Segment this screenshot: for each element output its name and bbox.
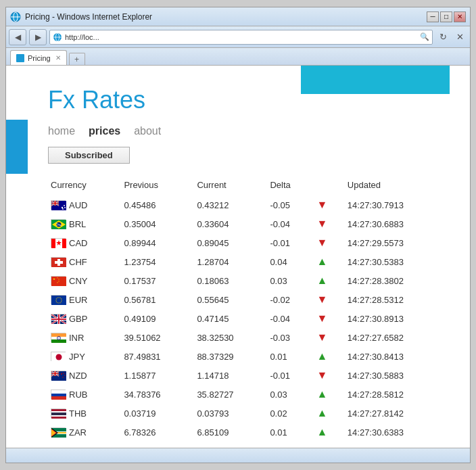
up-arrow-icon: ▲ [316, 275, 327, 287]
svg-rect-86 [51, 413, 66, 415]
previous-value: 1.23754 [121, 252, 194, 271]
currency-cell: ZAR [48, 423, 121, 442]
svg-rect-81 [51, 390, 66, 394]
address-search-icon[interactable]: 🔍 [420, 32, 429, 41]
down-arrow-icon: ▼ [316, 293, 327, 306]
down-arrow-icon: ▼ [316, 199, 327, 211]
flag-cad [51, 238, 66, 248]
currency-cell: THB [48, 404, 121, 423]
subscribe-button[interactable]: Subscribed [48, 147, 130, 164]
updated-value: 14:27:30.8913 [345, 309, 450, 328]
previous-value: 6.78326 [121, 423, 194, 442]
delta-value: 0.04 [267, 252, 314, 271]
rates-table: Currency Previous Current Delta Updated … [48, 177, 450, 442]
table-row: NZD 1.15877 1.14718 -0.01 ▼ 14:27:30.588… [48, 366, 450, 385]
updated-value: 14:27:30.6883 [345, 214, 450, 233]
updated-value: 14:27:27.6582 [345, 328, 450, 347]
currency-cell: AUD [48, 195, 121, 214]
current-value: 0.33604 [194, 214, 267, 233]
stop-button[interactable]: ✕ [452, 30, 467, 45]
current-value: 88.37329 [194, 347, 267, 366]
table-row: BRASIL BRL 0.35004 0.33604 -0.04 ▼ 14:27… [48, 214, 450, 233]
svg-point-18 [64, 207, 66, 208]
direction-cell: ▼ [314, 214, 344, 233]
down-arrow-icon: ▼ [316, 312, 327, 325]
tab-label: Pricing [28, 54, 51, 62]
direction-cell: ▼ [314, 328, 344, 347]
up-arrow-icon: ▲ [316, 256, 327, 268]
currency-code: NZD [69, 371, 87, 381]
currency-cell: CHF [48, 252, 121, 271]
flag-nzd [51, 371, 66, 380]
flag-rub [51, 390, 66, 399]
back-button[interactable]: ◀ [9, 29, 26, 45]
updated-value: 14:27:28.3802 [345, 271, 450, 290]
toolbar: ◀ ▶ http://loc... 🔍 ↻ ✕ [6, 26, 470, 48]
active-tab[interactable]: Pricing ✕ [10, 50, 67, 65]
nav-prices[interactable]: prices [89, 125, 120, 137]
flag-eur [51, 295, 66, 304]
table-row: CHF 1.23754 1.28704 0.04 ▲ 14:27:30.5383 [48, 252, 450, 271]
delta-value: 0.03 [267, 385, 314, 404]
tab-bar: Pricing ✕ + [6, 48, 470, 66]
table-row: INR 39.51062 38.32530 -0.03 ▼ 14:27:27.6… [48, 328, 450, 347]
up-arrow-icon: ▲ [316, 350, 327, 362]
direction-cell: ▲ [314, 271, 344, 290]
col-delta: Delta [267, 177, 314, 195]
current-value: 0.55645 [194, 290, 267, 309]
updated-value: 14:27:30.7913 [345, 195, 450, 214]
title-bar: Pricing - Windows Internet Explorer ─ □ … [6, 7, 470, 26]
svg-rect-82 [51, 394, 66, 396]
previous-value: 87.49831 [121, 347, 194, 366]
down-arrow-icon: ▼ [316, 237, 327, 249]
previous-value: 39.51062 [121, 328, 194, 347]
updated-value: 14:27:30.6383 [345, 423, 450, 442]
direction-cell: ▲ [314, 385, 344, 404]
forward-button[interactable]: ▶ [29, 29, 47, 45]
col-current: Current [194, 177, 267, 195]
delta-value: -0.05 [267, 195, 314, 214]
close-button[interactable]: ✕ [454, 11, 466, 22]
updated-value: 14:27:30.8413 [345, 347, 450, 366]
restore-button[interactable]: □ [440, 11, 452, 22]
svg-rect-83 [51, 396, 66, 400]
svg-point-80 [62, 377, 64, 378]
refresh-button[interactable]: ↻ [435, 30, 450, 45]
currency-code: THB [69, 408, 87, 419]
up-arrow-icon: ▲ [316, 388, 327, 400]
current-value: 38.32530 [194, 328, 267, 347]
col-previous: Previous [121, 177, 194, 195]
browser-icon [10, 11, 21, 22]
nav-about[interactable]: about [134, 125, 161, 137]
table-row: EUR 0.56781 0.55645 -0.02 ▼ 14:27:28.531… [48, 290, 450, 309]
delta-value: -0.03 [267, 328, 314, 347]
down-arrow-icon: ▼ [316, 218, 327, 230]
tab-favicon [16, 54, 24, 62]
currency-cell: BRASIL BRL [48, 214, 121, 233]
current-value: 1.14718 [194, 366, 267, 385]
nav-home[interactable]: home [48, 125, 75, 137]
flag-cny [51, 276, 66, 285]
table-row: JPY 87.49831 88.37329 0.01 ▲ 14:27:30.84… [48, 347, 450, 366]
currency-code: EUR [69, 295, 87, 305]
svg-point-78 [63, 373, 64, 374]
currency-cell: RUB [48, 385, 121, 404]
currency-cell: NZD [48, 366, 121, 385]
delta-value: -0.01 [267, 233, 314, 252]
blue-accent-bar [6, 120, 28, 174]
new-tab-button[interactable]: + [69, 53, 85, 65]
currency-code: INR [69, 333, 84, 343]
svg-rect-76 [51, 373, 59, 374]
flag-thb [51, 408, 66, 418]
tab-close-button[interactable]: ✕ [55, 54, 61, 62]
address-bar[interactable]: http://loc... 🔍 [49, 30, 433, 45]
table-row: CAD 0.89944 0.89045 -0.01 ▼ 14:27:29.557… [48, 233, 450, 252]
direction-cell: ▲ [314, 423, 344, 442]
minimize-button[interactable]: ─ [427, 11, 439, 22]
flag-brl: BRASIL [51, 219, 66, 229]
cyan-header-block [301, 66, 450, 94]
currency-cell: CNY [48, 271, 121, 290]
currency-code: RUB [69, 390, 87, 400]
currency-code: CNY [69, 276, 87, 286]
updated-value: 14:27:29.5573 [345, 233, 450, 252]
